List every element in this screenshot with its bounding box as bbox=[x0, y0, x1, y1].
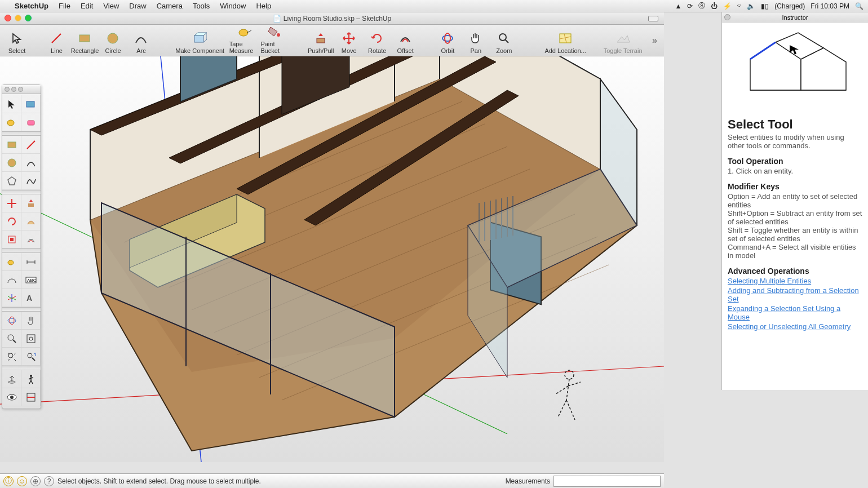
push-pull-tool[interactable]: Push/Pull bbox=[307, 26, 334, 55]
p-dim[interactable] bbox=[21, 253, 41, 271]
p-zoomext[interactable] bbox=[2, 348, 21, 366]
p-select[interactable] bbox=[2, 95, 21, 113]
p-orbit[interactable] bbox=[2, 312, 21, 330]
app-name[interactable]: SketchUp bbox=[15, 2, 48, 10]
p-line[interactable] bbox=[21, 136, 41, 154]
measurements-input[interactable] bbox=[553, 476, 661, 487]
volume-icon[interactable]: 🔈 bbox=[747, 2, 755, 10]
menu-camera[interactable]: Camera bbox=[157, 2, 183, 10]
p-arc[interactable] bbox=[21, 154, 41, 172]
p-zoom[interactable] bbox=[2, 330, 21, 348]
ins-link-3[interactable]: Selecting or Unselecting All Geometry bbox=[728, 322, 862, 331]
p-look[interactable] bbox=[2, 388, 21, 406]
tool-palette[interactable]: ABC A bbox=[2, 85, 41, 409]
p-offset[interactable] bbox=[21, 230, 41, 249]
svg-rect-0 bbox=[79, 35, 90, 42]
p-axes[interactable] bbox=[2, 289, 21, 307]
ins-link-2[interactable]: Expanding a Selection Set Using a Mouse bbox=[728, 304, 862, 321]
pan-tool[interactable]: Pan bbox=[462, 26, 489, 55]
rectangle-tool[interactable]: Rectangle bbox=[71, 26, 98, 55]
p-scale[interactable] bbox=[2, 230, 21, 249]
svg-rect-41 bbox=[26, 101, 34, 107]
svg-point-42 bbox=[7, 120, 14, 126]
p-circle[interactable] bbox=[2, 154, 21, 172]
svg-point-50 bbox=[8, 260, 14, 265]
power-icon[interactable]: ⏻ bbox=[711, 2, 718, 10]
p-eraser[interactable] bbox=[21, 113, 41, 131]
p-zoomwin[interactable] bbox=[21, 330, 41, 348]
p-text[interactable]: ABC bbox=[21, 271, 41, 289]
p-3dtext[interactable]: A bbox=[21, 289, 41, 307]
menu-help[interactable]: Help bbox=[256, 2, 271, 10]
sb-help-icon[interactable]: ? bbox=[44, 476, 54, 486]
paint-bucket-tool[interactable]: Paint Bucket bbox=[260, 26, 287, 55]
instructor-titlebar[interactable]: Instructor bbox=[722, 12, 868, 23]
s-icon[interactable]: Ⓢ bbox=[698, 1, 705, 11]
menu-file[interactable]: File bbox=[59, 2, 70, 10]
p-prev[interactable] bbox=[21, 348, 41, 366]
make-component-tool[interactable]: Make Component bbox=[172, 26, 228, 55]
zoom-tool[interactable]: Zoom bbox=[490, 26, 517, 55]
p-pan[interactable] bbox=[21, 312, 41, 330]
menu-draw[interactable]: Draw bbox=[129, 2, 146, 10]
wifi-icon[interactable]: ⌔ bbox=[737, 2, 741, 10]
toggle-terrain-tool[interactable]: Toggle Terrain bbox=[595, 26, 651, 55]
sb-info-icon[interactable]: ⓘ bbox=[3, 476, 14, 486]
tape-measure-tool[interactable]: Tape Measure bbox=[229, 26, 260, 55]
move-tool[interactable]: Move bbox=[335, 26, 362, 55]
googledrive-icon[interactable]: ▲ bbox=[675, 2, 681, 10]
p-protractor[interactable] bbox=[2, 271, 21, 289]
collapse-button[interactable] bbox=[648, 16, 658, 21]
viewport-3d[interactable] bbox=[0, 56, 664, 462]
minimize-button[interactable] bbox=[15, 15, 21, 21]
clock[interactable]: Fri 10:03 PM bbox=[811, 2, 849, 10]
menu-view[interactable]: View bbox=[103, 2, 119, 10]
close-button[interactable] bbox=[5, 15, 11, 21]
p-move[interactable] bbox=[2, 194, 21, 212]
rotate-tool[interactable]: Rotate bbox=[364, 26, 391, 55]
p-freehand[interactable] bbox=[21, 172, 41, 190]
svg-point-4 bbox=[277, 33, 280, 37]
bluetooth-icon[interactable]: ⚡ bbox=[723, 2, 732, 10]
p-paint[interactable] bbox=[21, 95, 41, 113]
arc-tool[interactable]: Arc bbox=[127, 26, 154, 55]
p-walk[interactable] bbox=[21, 370, 41, 388]
menu-window[interactable]: Window bbox=[220, 2, 246, 10]
select-tool[interactable]: Select bbox=[3, 26, 30, 55]
menu-edit[interactable]: Edit bbox=[81, 2, 93, 10]
toolbar-overflow[interactable]: » bbox=[652, 36, 661, 46]
p-tape2[interactable] bbox=[2, 253, 21, 271]
spotlight-icon[interactable]: 🔍 bbox=[855, 2, 863, 10]
circle-tool[interactable]: Circle bbox=[99, 26, 126, 55]
orbit-tool[interactable]: Orbit bbox=[434, 26, 461, 55]
battery-icon[interactable]: ▮▯ bbox=[761, 2, 769, 10]
p-poly[interactable] bbox=[2, 172, 21, 190]
p-pushpull[interactable] bbox=[21, 194, 41, 212]
battery-label: (Charged) bbox=[774, 2, 805, 10]
svg-point-6 bbox=[442, 36, 453, 41]
p-position[interactable] bbox=[2, 370, 21, 388]
ins-title: Select Tool bbox=[728, 117, 862, 132]
p-section[interactable] bbox=[21, 388, 41, 406]
svg-line-39 bbox=[555, 386, 568, 394]
ins-link-0[interactable]: Selecting Multiple Entities bbox=[728, 277, 862, 285]
svg-line-40 bbox=[568, 382, 581, 386]
instructor-panel: Instructor Select Tool Select entities t… bbox=[721, 12, 868, 390]
ins-link-1[interactable]: Adding and Subtracting from a Selection … bbox=[728, 286, 862, 303]
p-rotate[interactable] bbox=[2, 212, 21, 230]
menu-tools[interactable]: Tools bbox=[193, 2, 210, 10]
offset-tool[interactable]: Offset bbox=[392, 26, 419, 55]
p-tape[interactable] bbox=[2, 113, 21, 131]
line-tool[interactable]: Line bbox=[43, 26, 70, 55]
sync-icon[interactable]: ⟳ bbox=[687, 2, 693, 10]
svg-point-45 bbox=[8, 159, 16, 167]
add-location-tool[interactable]: Add Location... bbox=[537, 26, 594, 55]
svg-rect-47 bbox=[28, 203, 34, 207]
measurements-label: Measurements bbox=[506, 477, 550, 485]
sb-user-icon[interactable]: ☺ bbox=[17, 476, 27, 486]
p-rect[interactable] bbox=[2, 136, 21, 154]
palette-titlebar[interactable] bbox=[2, 85, 41, 94]
p-followme[interactable] bbox=[21, 212, 41, 230]
zoom-button[interactable] bbox=[25, 15, 32, 21]
sb-geo-icon[interactable]: ⊕ bbox=[30, 476, 41, 486]
